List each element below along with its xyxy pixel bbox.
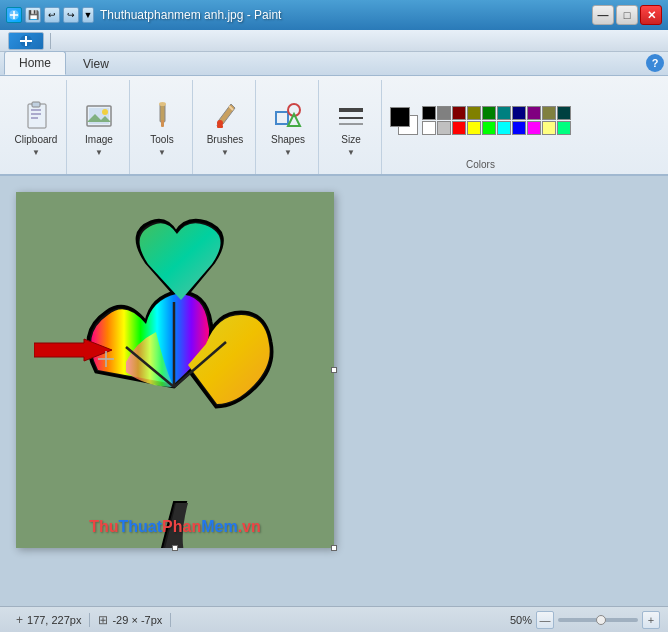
ribbon-group-colors: Colors [384, 80, 577, 174]
svg-rect-10 [31, 117, 38, 119]
shapes-label: Shapes [271, 134, 305, 146]
ribbon-group-image: Image ▼ [69, 80, 130, 174]
svg-rect-20 [276, 112, 288, 124]
paint-menu-btn[interactable] [8, 32, 44, 50]
color-gray[interactable] [437, 106, 451, 120]
zoom-percent: 50% [510, 614, 532, 626]
color-palette [422, 106, 571, 135]
canvas-wrapper: ThuThuatPhanMem.vn [16, 192, 334, 548]
clipboard-icon [20, 100, 52, 132]
color-black[interactable] [422, 106, 436, 120]
coords-text: 177, 227px [27, 614, 81, 626]
brushes-label: Brushes [207, 134, 244, 146]
maximize-button[interactable]: □ [616, 5, 638, 25]
color-purple[interactable] [527, 106, 541, 120]
redo-qa-btn[interactable]: ↪ [63, 7, 79, 23]
window-controls: — □ ✕ [592, 5, 662, 25]
size-section: ⊞ -29 × -7px [90, 613, 171, 627]
minimize-button[interactable]: — [592, 5, 614, 25]
image-label: Image [85, 134, 113, 146]
zoom-in-btn[interactable]: + [642, 611, 660, 629]
clipboard-button[interactable]: Clipboard ▼ [14, 98, 58, 158]
tools-button[interactable]: Tools ▼ [140, 98, 184, 158]
ribbon: Clipboard ▼ Image ▼ [0, 76, 668, 176]
image-button[interactable]: Image ▼ [77, 98, 121, 158]
tab-view[interactable]: View [68, 52, 124, 75]
color-white[interactable] [422, 121, 436, 135]
size-text: -29 × -7px [112, 614, 162, 626]
zoom-section: 50% — + [510, 611, 660, 629]
zoom-out-btn[interactable]: — [536, 611, 554, 629]
save-qa-btn[interactable]: 💾 [25, 7, 41, 23]
color-darkteal[interactable] [557, 106, 571, 120]
brushes-button[interactable]: Brushes ▼ [203, 98, 247, 158]
svg-rect-6 [28, 104, 46, 128]
watermark: ThuThuatPhanMem.vn [16, 518, 334, 536]
color-darkgreen[interactable] [482, 106, 496, 120]
canvas-area: ThuThuatPhanMem.vn [0, 176, 668, 606]
zoom-slider-thumb[interactable] [596, 615, 606, 625]
quick-access-toolbar [0, 30, 668, 52]
color-lightyellow[interactable] [542, 121, 556, 135]
window-title: Thuthuatphanmem anh.jpg - Paint [100, 8, 592, 22]
watermark-mem: Mem [201, 518, 237, 535]
svg-rect-15 [160, 104, 165, 122]
clipboard-label: Clipboard [15, 134, 58, 146]
tab-home[interactable]: Home [4, 51, 66, 75]
crosshair-cursor [96, 349, 116, 369]
color-yellow[interactable] [467, 121, 481, 135]
ribbon-group-brushes: Brushes ▼ [195, 80, 256, 174]
coords-icon: + [16, 613, 23, 627]
ribbon-group-tools: Tools ▼ [132, 80, 193, 174]
color-lime[interactable] [482, 121, 496, 135]
watermark-vn: .vn [238, 518, 261, 535]
svg-rect-17 [161, 120, 164, 127]
tools-icon [146, 100, 178, 132]
shapes-button[interactable]: Shapes ▼ [266, 98, 310, 158]
color-silver[interactable] [437, 121, 451, 135]
foreground-color-swatch[interactable] [390, 107, 410, 127]
zoom-slider[interactable] [558, 618, 638, 622]
undo-qa-btn[interactable]: ↩ [44, 7, 60, 23]
svg-rect-8 [31, 109, 41, 111]
shapes-icon [272, 100, 304, 132]
help-button[interactable]: ? [646, 54, 664, 72]
svg-rect-19 [217, 125, 223, 128]
color-swatches[interactable] [390, 107, 418, 135]
resize-handle-right[interactable] [331, 367, 337, 373]
size-icon [335, 100, 367, 132]
clover-drawing [16, 192, 334, 548]
color-navy[interactable] [512, 106, 526, 120]
color-armygreen[interactable] [542, 106, 556, 120]
svg-point-16 [159, 102, 166, 106]
color-red[interactable] [452, 121, 466, 135]
dropdown-qa-btn[interactable]: ▼ [82, 7, 94, 23]
ribbon-group-shapes: Shapes ▼ [258, 80, 319, 174]
color-darkred[interactable] [452, 106, 466, 120]
size-button[interactable]: Size ▼ [329, 98, 373, 158]
color-blue[interactable] [512, 121, 526, 135]
statusbar: + 177, 227px ⊞ -29 × -7px 50% — + [0, 606, 668, 632]
color-magenta[interactable] [527, 121, 541, 135]
brushes-icon [209, 100, 241, 132]
svg-rect-7 [32, 102, 40, 107]
color-teal[interactable] [497, 106, 511, 120]
size-label: Size [341, 134, 360, 146]
image-icon [83, 100, 115, 132]
watermark-thuat: Thuat [119, 518, 163, 535]
titlebar: 💾 ↩ ↪ ▼ Thuthuatphanmem anh.jpg - Paint … [0, 0, 668, 30]
svg-rect-9 [31, 113, 41, 115]
color-olive[interactable] [467, 106, 481, 120]
svg-marker-22 [288, 114, 300, 126]
tools-label: Tools [150, 134, 173, 146]
close-button[interactable]: ✕ [640, 5, 662, 25]
color-cyan[interactable] [497, 121, 511, 135]
ribbon-tabs: Home View ? [0, 52, 668, 76]
watermark-thu: Thu [89, 518, 118, 535]
resize-handle-corner[interactable] [331, 545, 337, 551]
resize-handle-bottom[interactable] [172, 545, 178, 551]
watermark-phan: Phan [162, 518, 201, 535]
color-lightgreen[interactable] [557, 121, 571, 135]
titlebar-icons: 💾 ↩ ↪ ▼ [6, 7, 94, 23]
svg-rect-2 [13, 11, 15, 19]
